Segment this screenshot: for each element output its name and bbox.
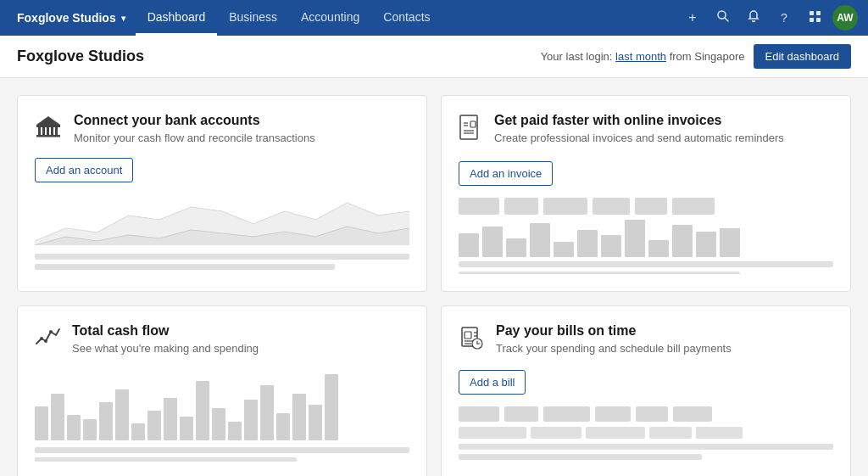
grid-icon <box>809 10 821 26</box>
placeholder-line <box>459 454 702 460</box>
inv-bar <box>625 220 645 257</box>
cf-bar <box>325 374 338 440</box>
cf-bar <box>147 411 161 440</box>
card-subtitle-bills: Track your spending and schedule bill pa… <box>496 342 732 355</box>
cf-bar <box>212 408 225 440</box>
svg-rect-5 <box>816 18 821 22</box>
cf-bar <box>180 417 193 440</box>
cf-bar <box>51 394 64 440</box>
bills-placeholder <box>459 406 833 476</box>
placeholder-line <box>459 261 833 267</box>
inv-bar <box>577 230 598 257</box>
svg-rect-11 <box>55 127 58 135</box>
nav-right: + ? <box>680 5 858 31</box>
bank-icon <box>35 115 62 144</box>
inv-bar <box>482 227 503 257</box>
page-title: Foxglove Studios <box>17 48 144 65</box>
svg-point-22 <box>40 337 43 340</box>
nav-dashboard[interactable]: Dashboard <box>136 0 218 36</box>
main-content: Connect your bank accounts Monitor your … <box>0 78 868 476</box>
help-icon: ? <box>781 11 787 25</box>
nav-contacts[interactable]: Contacts <box>371 0 442 36</box>
card-text-cashflow: Total cash flow See what you're making a… <box>72 323 259 355</box>
bill-block <box>595 406 631 422</box>
svg-rect-3 <box>816 11 821 15</box>
svg-rect-8 <box>42 127 45 135</box>
placeholder-line <box>35 447 409 453</box>
svg-rect-10 <box>51 127 53 135</box>
cf-bar <box>67 415 81 440</box>
card-subtitle-cashflow: See what you're making and spending <box>72 342 259 355</box>
card-header-invoices: Get paid faster with online invoices Cre… <box>459 113 833 148</box>
apps-button[interactable] <box>802 5 827 31</box>
inv-bar <box>720 228 740 257</box>
card-header-bills: Pay your bills on time Track your spendi… <box>459 323 833 356</box>
svg-rect-4 <box>810 18 814 22</box>
bill-block <box>543 406 590 422</box>
inv-bar <box>459 233 479 257</box>
bill-block <box>459 406 499 422</box>
inv-block <box>672 198 715 215</box>
inv-block <box>593 198 630 215</box>
inv-block <box>543 198 587 215</box>
cf-bar <box>164 398 177 440</box>
cf-bar <box>292 394 306 440</box>
inv-bar <box>696 232 716 257</box>
nav-accounting[interactable]: Accounting <box>289 0 371 36</box>
cf-bar <box>260 385 274 440</box>
login-suffix: from Singapore <box>666 50 745 63</box>
card-text-invoices: Get paid faster with online invoices Cre… <box>494 113 784 144</box>
bill-block <box>459 427 526 439</box>
login-link[interactable]: last month <box>615 50 666 63</box>
nav-business[interactable]: Business <box>217 0 289 36</box>
card-title-bank: Connect your bank accounts <box>74 113 315 128</box>
svg-rect-17 <box>470 121 476 127</box>
inv-block <box>504 198 538 215</box>
card-title-cashflow: Total cash flow <box>72 323 259 339</box>
add-account-button[interactable]: Add an account <box>35 158 133 182</box>
cashflow-bars <box>35 368 409 440</box>
card-action-bank: Add an account <box>35 158 409 182</box>
svg-rect-7 <box>38 127 41 135</box>
bill-block <box>696 427 743 439</box>
invoices-placeholder <box>459 198 833 274</box>
bank-placeholder <box>35 194 409 271</box>
dashboard-grid: Connect your bank accounts Monitor your … <box>17 95 851 476</box>
card-title-invoices: Get paid faster with online invoices <box>494 113 784 128</box>
inv-block <box>635 198 667 215</box>
invoice-icon <box>459 115 482 148</box>
inv-bars <box>459 220 833 257</box>
card-action-invoices: Add an invoice <box>459 161 833 186</box>
brand-label: Foxglove Studios <box>17 11 116 25</box>
help-button[interactable]: ? <box>771 5 797 31</box>
notifications-button[interactable] <box>741 5 766 31</box>
cashflow-card: Total cash flow See what you're making a… <box>17 305 427 476</box>
top-navigation: Foxglove Studios ▾ Dashboard Business Ac… <box>0 0 868 36</box>
add-invoice-button[interactable]: Add an invoice <box>459 161 553 186</box>
bank-accounts-card: Connect your bank accounts Monitor your … <box>17 95 427 292</box>
card-header-bank: Connect your bank accounts Monitor your … <box>35 113 409 144</box>
add-bill-button[interactable]: Add a bill <box>459 370 526 395</box>
card-title-bills: Pay your bills on time <box>496 323 732 339</box>
brand-button[interactable]: Foxglove Studios ▾ <box>10 6 132 30</box>
bills-row1 <box>459 406 833 422</box>
add-button[interactable]: + <box>680 5 705 31</box>
avatar-button[interactable]: AW <box>832 5 858 31</box>
card-subtitle-bank: Monitor your cash flow and reconcile tra… <box>74 132 315 144</box>
placeholder-line <box>35 457 297 462</box>
edit-dashboard-button[interactable]: Edit dashboard <box>754 44 851 69</box>
add-icon: + <box>688 10 696 25</box>
inv-block <box>459 198 499 215</box>
cf-bar <box>115 389 129 440</box>
svg-marker-12 <box>36 116 60 125</box>
search-button[interactable] <box>710 5 736 31</box>
bills-icon <box>459 325 484 356</box>
bell-icon <box>747 9 760 26</box>
bill-block <box>673 406 712 422</box>
card-action-bills: Add a bill <box>459 370 833 395</box>
cf-bar <box>83 419 97 440</box>
inv-row1 <box>459 198 833 215</box>
bill-block <box>636 406 668 422</box>
avatar-initials: AW <box>837 12 853 24</box>
svg-rect-9 <box>47 127 49 135</box>
